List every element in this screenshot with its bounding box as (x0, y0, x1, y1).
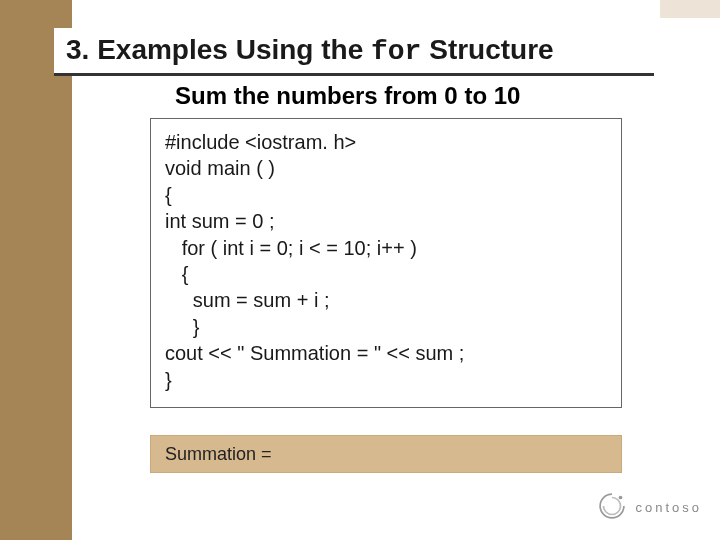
code-line: } (165, 314, 607, 340)
code-line: for ( int i = 0; i < = 10; i++ ) (165, 235, 607, 261)
svg-point-0 (619, 496, 623, 500)
code-line: { (165, 261, 607, 287)
left-accent-bar (0, 0, 72, 540)
title-prefix: 3. Examples Using the (66, 34, 371, 65)
code-box: #include <iostram. h> void main ( ) { in… (150, 118, 622, 408)
title-mono: for (371, 36, 421, 67)
logo-swirl-icon (595, 489, 629, 526)
code-line: cout << " Summation = " << sum ; (165, 340, 607, 366)
slide-title: 3. Examples Using the for Structure (66, 34, 554, 67)
title-suffix: Structure (421, 34, 553, 65)
logo-text: contoso (635, 500, 702, 515)
title-bar: 3. Examples Using the for Structure (54, 28, 654, 76)
code-line: void main ( ) (165, 155, 607, 181)
logo: contoso (595, 489, 702, 526)
subtitle: Sum the numbers from 0 to 10 (175, 82, 520, 110)
code-line: #include <iostram. h> (165, 129, 607, 155)
code-line: { (165, 182, 607, 208)
code-line: int sum = 0 ; (165, 208, 607, 234)
code-line: } (165, 367, 607, 393)
output-text: Summation = (165, 444, 272, 465)
output-box: Summation = (150, 435, 622, 473)
corner-accent (660, 0, 720, 18)
code-line: sum = sum + i ; (165, 287, 607, 313)
